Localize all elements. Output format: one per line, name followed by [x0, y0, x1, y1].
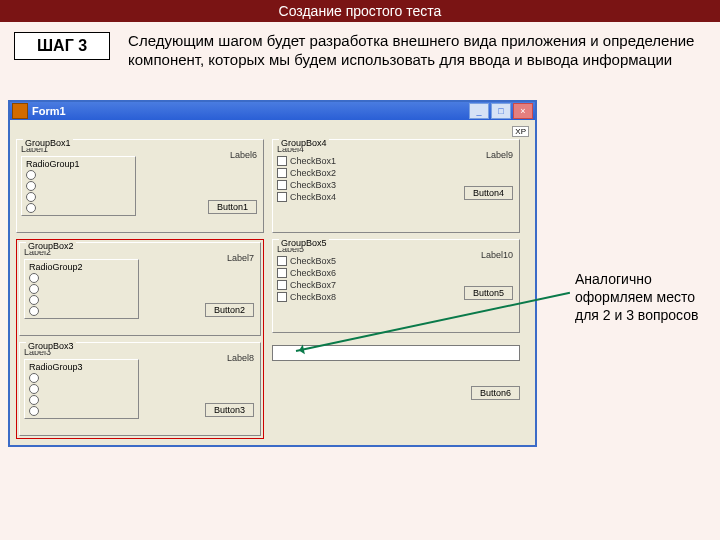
radio-item[interactable] — [29, 395, 134, 405]
button1[interactable]: Button1 — [208, 200, 257, 214]
maximize-button[interactable]: □ — [491, 103, 511, 119]
highlight-box: GroupBox2 Label2 RadioGroup2 — [16, 239, 264, 439]
form-client-area: XP GroupBox1 Label1 RadioGroup1 — [10, 120, 535, 445]
radiogroup3[interactable]: RadioGroup3 — [24, 359, 139, 419]
bottom-panel — [272, 345, 520, 361]
label8: Label8 — [227, 353, 254, 363]
radiogroup1-caption: RadioGroup1 — [26, 159, 131, 169]
checkbox6[interactable]: CheckBox6 — [277, 268, 392, 278]
label9: Label9 — [486, 150, 513, 160]
radio-item[interactable] — [29, 384, 134, 394]
checkbox2[interactable]: CheckBox2 — [277, 168, 392, 178]
button5[interactable]: Button5 — [464, 286, 513, 300]
radiogroup1[interactable]: RadioGroup1 — [21, 156, 136, 216]
xp-manifest-indicator: XP — [512, 126, 529, 137]
radio-item[interactable] — [29, 295, 134, 305]
groupbox4[interactable]: GroupBox4 Label4 CheckBox1 CheckBox2 Che… — [272, 139, 520, 233]
radio-item[interactable] — [26, 192, 131, 202]
radio-item[interactable] — [29, 284, 134, 294]
radio-item[interactable] — [26, 170, 131, 180]
checkbox5[interactable]: CheckBox5 — [277, 256, 392, 266]
close-button[interactable]: × — [513, 103, 533, 119]
label7: Label7 — [227, 253, 254, 263]
step-badge: ШАГ 3 — [14, 32, 110, 60]
radio-item[interactable] — [26, 181, 131, 191]
app-icon — [12, 103, 28, 119]
groupbox2-caption: GroupBox2 — [26, 241, 76, 251]
label10: Label10 — [481, 250, 513, 260]
edit-field[interactable] — [272, 345, 520, 361]
button3[interactable]: Button3 — [205, 403, 254, 417]
radio-item[interactable] — [29, 406, 134, 416]
groupbox5-caption: GroupBox5 — [279, 238, 329, 248]
radio-item[interactable] — [29, 373, 134, 383]
window-title: Form1 — [32, 105, 467, 117]
delphi-window: Form1 _ □ × XP GroupBox1 Label1 — [8, 100, 537, 447]
radio-item[interactable] — [26, 203, 131, 213]
button2[interactable]: Button2 — [205, 303, 254, 317]
form-designer-screenshot: Form1 _ □ × XP GroupBox1 Label1 — [8, 100, 537, 447]
label6: Label6 — [230, 150, 257, 160]
groupbox3-caption: GroupBox3 — [26, 341, 76, 351]
radiogroup2[interactable]: RadioGroup2 — [24, 259, 139, 319]
groupbox4-caption: GroupBox4 — [279, 138, 329, 148]
checkbox1[interactable]: CheckBox1 — [277, 156, 392, 166]
radio-item[interactable] — [29, 273, 134, 283]
groupbox1-caption: GroupBox1 — [23, 138, 73, 148]
header: ШАГ 3 Следующим шагом будет разработка в… — [0, 22, 720, 76]
checkbox7[interactable]: CheckBox7 — [277, 280, 392, 290]
radiogroup3-caption: RadioGroup3 — [29, 362, 134, 372]
slide-title: Создание простого теста — [0, 0, 720, 22]
groupbox1[interactable]: GroupBox1 Label1 RadioGroup1 — [16, 139, 264, 233]
slide: Создание простого теста ШАГ 3 Следующим … — [0, 0, 720, 540]
checkbox3[interactable]: CheckBox3 — [277, 180, 392, 190]
groupbox3[interactable]: GroupBox3 Label3 RadioGroup3 — [19, 342, 261, 436]
radio-item[interactable] — [29, 306, 134, 316]
button4[interactable]: Button4 — [464, 186, 513, 200]
groupbox5[interactable]: GroupBox5 Label5 CheckBox5 CheckBox6 Che… — [272, 239, 520, 333]
checkbox4[interactable]: CheckBox4 — [277, 192, 392, 202]
description-text: Следующим шагом будет разработка внешнег… — [128, 32, 706, 70]
window-titlebar: Form1 _ □ × — [10, 102, 535, 120]
minimize-button[interactable]: _ — [469, 103, 489, 119]
groupbox2[interactable]: GroupBox2 Label2 RadioGroup2 — [19, 242, 261, 336]
checkbox8[interactable]: CheckBox8 — [277, 292, 392, 302]
button6[interactable]: Button6 — [471, 386, 520, 400]
annotation-text: Аналогично оформляем место для 2 и 3 воп… — [575, 270, 705, 325]
radiogroup2-caption: RadioGroup2 — [29, 262, 134, 272]
